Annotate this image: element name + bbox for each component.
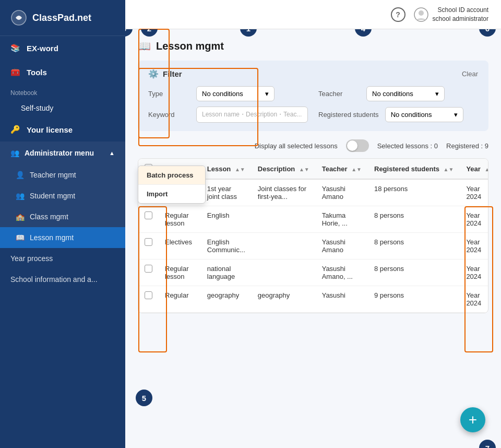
filter-header: ⚙️ Filter Clear [148, 69, 478, 79]
type-value: No conditions [202, 90, 243, 98]
page-icon: 📖 [138, 40, 151, 52]
admin-label: Administrator menu [25, 149, 94, 157]
sidebar-item-label: School information and a... [10, 275, 98, 284]
batch-process-item[interactable]: Batch process [138, 166, 205, 185]
cell-teacher: Takuma Horie, ... [316, 206, 368, 233]
cell-lesson: English Communic... [201, 233, 252, 260]
cell-lesson: English [201, 206, 252, 233]
user-menu[interactable]: School ID account school administrator [414, 6, 488, 23]
header-registered[interactable]: Registered students ▲▼ [368, 159, 460, 179]
row-checkbox[interactable] [145, 291, 152, 299]
keyword-label: Keyword [148, 111, 190, 119]
cell-type: Regular [159, 286, 201, 313]
filter-icon: ⚙️ [148, 69, 159, 79]
filter-rows: Type No conditions ▾ Teacher No conditio… [148, 86, 478, 123]
admin-label: school administrator [433, 15, 488, 23]
admin-item-label: Lesson mgmt [30, 233, 74, 242]
sidebar-item-school-info[interactable]: School information and a... [0, 269, 125, 290]
teacher-select[interactable]: No conditions ▾ [366, 86, 445, 101]
cell-year: Year 2024 [460, 179, 488, 206]
table-row: Electives English Communic... Yasushi Am… [138, 233, 488, 260]
filter-title: ⚙️ Filter [148, 69, 182, 79]
class-icon: 🏫 [16, 213, 25, 221]
chevron-down-icon: ▾ [435, 90, 439, 98]
chevron-icon: ▲ [109, 150, 115, 156]
display-toggle[interactable] [346, 139, 369, 152]
sidebar-item-label: Tools [27, 68, 47, 77]
admin-item-label: Student mgmt [30, 192, 75, 200]
sidebar-item-ex-word[interactable]: 📚 EX-word [0, 36, 125, 60]
cell-year: Year 2024 [460, 206, 488, 233]
school-id-label: School ID account [433, 6, 488, 15]
callout-6: 6 [479, 29, 496, 37]
cell-type: Regular lesson [159, 206, 201, 233]
header-year[interactable]: Year ▲▼ [460, 159, 488, 179]
chevron-down-icon: ▾ [265, 90, 269, 98]
batch-dropdown: Batch process Import [138, 166, 206, 204]
toolbar: Batch process Import Display all selecte… [138, 139, 488, 152]
header-description[interactable]: Description ▲▼ [252, 159, 316, 179]
row-checkbox[interactable] [145, 238, 152, 246]
display-selected-label: Display all selected lessons [255, 142, 338, 150]
tools-icon: 🧰 [10, 67, 20, 77]
filter-clear-button[interactable]: Clear [462, 70, 478, 78]
cell-teacher: Yasushi Amano, ... [316, 260, 368, 286]
sort-icon: ▲▼ [484, 167, 488, 172]
teacher-label: Teacher [318, 90, 360, 98]
callout-1: 1 [240, 29, 257, 37]
add-lesson-button[interactable]: + [460, 407, 485, 432]
help-button[interactable]: ? [391, 7, 405, 22]
content-area: 3 2 1 4 6 📖 Lesson mgmt ⚙️ Filter [125, 29, 501, 448]
table-row: Regular lesson national language Yasushi… [138, 260, 488, 286]
sidebar-item-lesson-mgmt[interactable]: 📖 Lesson mgmt [0, 227, 125, 248]
ex-word-icon: 📚 [10, 43, 20, 53]
filter-row-keyword: Keyword Lesson name・Description・Teac... [148, 107, 308, 123]
header-lesson[interactable]: Lesson ▲▼ [201, 159, 252, 179]
sidebar-item-your-license[interactable]: 🔑 Your license [0, 117, 125, 142]
row-checkbox[interactable] [145, 265, 152, 273]
cell-teacher: Yasushi [316, 286, 368, 313]
callout-4: 4 [355, 29, 372, 37]
row-checkbox[interactable] [145, 211, 152, 219]
cell-registered: 8 persons [368, 260, 460, 286]
cell-teacher: Yasushi Amano [316, 179, 368, 206]
callout-7: 7 [479, 440, 496, 448]
row-checkbox-cell [138, 206, 159, 233]
import-item[interactable]: Import [138, 185, 205, 203]
callout-3: 3 [125, 29, 133, 37]
sort-icon: ▲▼ [351, 167, 362, 172]
sidebar-item-tools[interactable]: 🧰 Tools [0, 60, 125, 84]
filter-section: ⚙️ Filter Clear Type No conditions ▾ Tea… [138, 61, 488, 131]
cell-year: Year 2024 [460, 233, 488, 260]
keyword-input[interactable]: Lesson name・Description・Teac... [196, 107, 308, 123]
cell-type: Electives [159, 233, 201, 260]
admin-menu-header[interactable]: 👥 Administrator menu ▲ [0, 142, 125, 164]
sidebar: ClassPad.net 📚 EX-word 🧰 Tools Notebook … [0, 0, 125, 448]
sidebar-item-teacher-mgmt[interactable]: 👤 Teacher mgmt [0, 164, 125, 185]
cell-description [252, 233, 316, 260]
sidebar-item-self-study[interactable]: Self-study [0, 99, 125, 117]
sidebar-item-student-mgmt[interactable]: 👥 Student mgmt [0, 185, 125, 206]
cell-type: Regular lesson [159, 260, 201, 286]
sidebar-logo[interactable]: ClassPad.net [0, 0, 125, 36]
cell-registered: 18 persons [368, 179, 460, 206]
row-checkbox-cell [138, 260, 159, 286]
toolbar-right: Display all selected lessons Selected le… [255, 139, 488, 152]
registered-select[interactable]: No conditions ▾ [385, 107, 463, 122]
sidebar-item-label: Year process [10, 254, 53, 263]
type-select[interactable]: No conditions ▾ [196, 86, 275, 101]
sidebar-item-year-process[interactable]: Year process [0, 248, 125, 269]
cell-description [252, 260, 316, 286]
selected-count: Selected lessons : 0 [377, 142, 438, 150]
sidebar-item-class-mgmt[interactable]: 🏫 Class mgmt [0, 206, 125, 227]
admin-icon: 👥 [10, 149, 19, 157]
cell-year: Year 2024 [460, 286, 488, 313]
cell-year: Year 2024 [460, 260, 488, 286]
notebook-label: Notebook [0, 84, 125, 99]
cell-description: geography [252, 286, 316, 313]
page-header: 📖 Lesson mgmt [138, 40, 488, 52]
cell-registered: 9 persons [368, 286, 460, 313]
filter-row-type: Type No conditions ▾ [148, 86, 308, 101]
license-icon: 🔑 [10, 125, 20, 134]
header-teacher[interactable]: Teacher ▲▼ [316, 159, 368, 179]
